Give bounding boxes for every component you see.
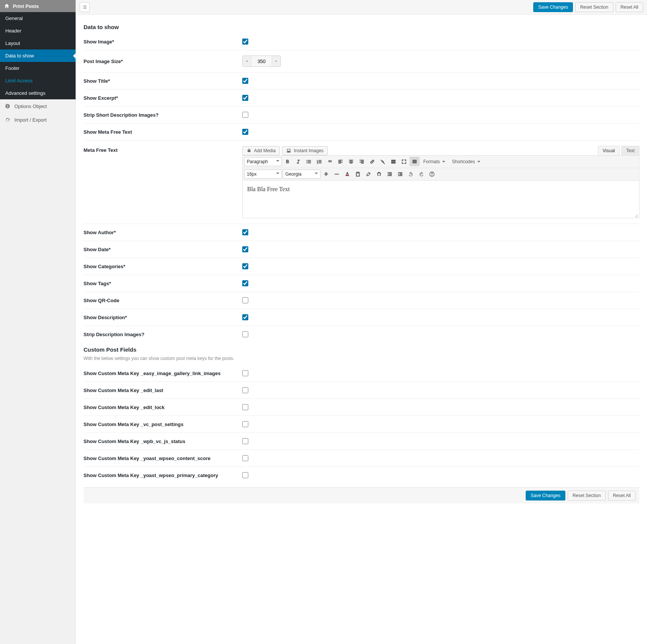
italic-button[interactable] [293, 157, 303, 166]
field-label: Strip Description Images? [84, 332, 242, 337]
link-button[interactable] [367, 157, 377, 166]
stepper-input[interactable] [251, 56, 272, 66]
stepper-increment[interactable] [272, 56, 280, 66]
checkbox-strip-short-desc[interactable] [242, 112, 248, 118]
sidebar-item-limit-access[interactable]: Limit Access [0, 74, 76, 87]
align-right-icon [359, 159, 365, 165]
checkbox-custom-meta[interactable] [242, 472, 248, 478]
editor-textarea[interactable]: Bla Bla Free Text [242, 181, 639, 218]
checkbox-show-author[interactable] [242, 229, 248, 235]
checkbox-custom-meta[interactable] [242, 421, 248, 427]
field-label: Show Custom Meta Key _yoast_wpseo_conten… [84, 456, 242, 461]
list-ol-icon [316, 159, 322, 165]
checkbox-custom-meta[interactable] [242, 404, 248, 410]
checkbox-custom-meta[interactable] [242, 387, 248, 393]
sidebar-item-header[interactable]: Header [0, 25, 76, 37]
tab-text[interactable]: Text [621, 146, 639, 155]
section-desc: With the below settings you can show cus… [84, 356, 639, 361]
bold-button[interactable] [283, 157, 293, 166]
sidebar-extra-import-export[interactable]: Import / Export [0, 113, 76, 127]
specialchar-button[interactable] [374, 170, 384, 179]
indent-button[interactable] [395, 170, 405, 179]
svg-point-5 [306, 162, 307, 163]
reset-section-button-bottom[interactable]: Reset Section [568, 491, 606, 500]
omega-icon [376, 171, 382, 177]
checkbox-show-image[interactable] [242, 39, 248, 45]
textcolor-button[interactable] [342, 170, 352, 179]
align-right-button[interactable] [357, 157, 367, 166]
tab-visual[interactable]: Visual [598, 146, 620, 155]
checkbox-show-excerpt[interactable] [242, 95, 248, 101]
paste-text-button[interactable] [353, 170, 363, 179]
checkbox-show-description[interactable] [242, 314, 248, 320]
sidebar-item-general[interactable]: General [0, 12, 76, 25]
help-button[interactable] [427, 170, 437, 179]
unlink-button[interactable] [378, 157, 388, 166]
ul-button[interactable] [304, 157, 314, 166]
field-custom-meta: Show Custom Meta Key _yoast_wpseo_primar… [84, 467, 639, 483]
quote-button[interactable] [325, 157, 335, 166]
clear-format-button[interactable] [364, 170, 373, 179]
field-show-author: Show Author* [84, 224, 639, 241]
paragraph-select[interactable]: Paragraph [244, 157, 282, 166]
readmore-button[interactable] [389, 157, 398, 166]
add-media-button[interactable]: Add Media [242, 146, 280, 155]
field-show-title: Show Title* [84, 73, 639, 90]
checkbox-show-meta-free[interactable] [242, 129, 248, 135]
instant-images-button[interactable]: Instant Images [282, 146, 328, 155]
checkbox-show-tags[interactable] [242, 280, 248, 286]
svg-rect-1 [7, 106, 8, 108]
redo-button[interactable] [416, 170, 426, 179]
reset-all-button[interactable]: Reset All [616, 2, 643, 12]
sidebar-item-advanced-settings[interactable]: Advanced settings [0, 87, 76, 99]
align-center-icon [348, 159, 354, 165]
formats-dropdown[interactable]: Formats [420, 157, 448, 166]
checkbox-show-title[interactable] [242, 78, 248, 84]
field-post-image-size: Post Image Size* [84, 50, 639, 73]
field-show-tags: Show Tags* [84, 275, 639, 292]
checkbox-custom-meta[interactable] [242, 455, 248, 461]
checkbox-custom-meta[interactable] [242, 370, 248, 376]
link-icon [369, 159, 375, 165]
align-left-button[interactable] [336, 157, 345, 166]
save-button-bottom[interactable]: Save Changes [526, 491, 565, 500]
strikethrough-button[interactable] [321, 170, 331, 179]
list-icon [82, 5, 87, 10]
instant-images-label: Instant Images [294, 148, 324, 153]
sidebar-item-layout[interactable]: Layout [0, 37, 76, 49]
reset-all-button-bottom[interactable]: Reset All [608, 491, 636, 500]
ol-button[interactable] [314, 157, 324, 166]
fontsize-select[interactable]: 16px [244, 170, 282, 179]
unlink-icon [380, 159, 386, 165]
field-show-description: Show Description* [84, 309, 639, 326]
fullscreen-button[interactable] [399, 157, 409, 166]
checkbox-show-date[interactable] [242, 246, 248, 252]
sidebar-item-footer[interactable]: Footer [0, 62, 76, 74]
align-center-button[interactable] [346, 157, 356, 166]
sidebar-extra-options-object[interactable]: Options Object [0, 99, 76, 113]
undo-button[interactable] [406, 170, 416, 179]
shortcodes-dropdown[interactable]: Shortcodes [449, 157, 483, 166]
save-button[interactable]: Save Changes [533, 2, 573, 12]
eraser-icon [365, 171, 371, 177]
resize-handle[interactable] [634, 213, 638, 217]
checkbox-show-qr[interactable] [242, 297, 248, 303]
reset-section-button[interactable]: Reset Section [575, 2, 613, 12]
paste-text-icon [355, 171, 361, 177]
checkbox-custom-meta[interactable] [242, 438, 248, 444]
toolbar-toggle-button[interactable] [410, 157, 419, 166]
expand-all-button[interactable] [80, 2, 90, 12]
field-show-categories: Show Categories* [84, 258, 639, 275]
outdent-button[interactable] [385, 170, 395, 179]
fullscreen-icon [401, 159, 407, 165]
stepper-decrement[interactable] [243, 56, 251, 66]
sidebar-item-data-to-show[interactable]: Data to show [0, 49, 76, 62]
field-custom-meta: Show Custom Meta Key _yoast_wpseo_conten… [84, 450, 639, 467]
svg-point-4 [306, 161, 307, 162]
fontfamily-select[interactable]: Georgia [283, 170, 320, 179]
checkbox-strip-desc-images[interactable] [242, 331, 248, 337]
field-label: Show Custom Meta Key _vc_post_settings [84, 422, 242, 427]
hr-button[interactable] [332, 170, 342, 179]
checkbox-show-categories[interactable] [242, 263, 248, 269]
outdent-icon [387, 171, 393, 177]
